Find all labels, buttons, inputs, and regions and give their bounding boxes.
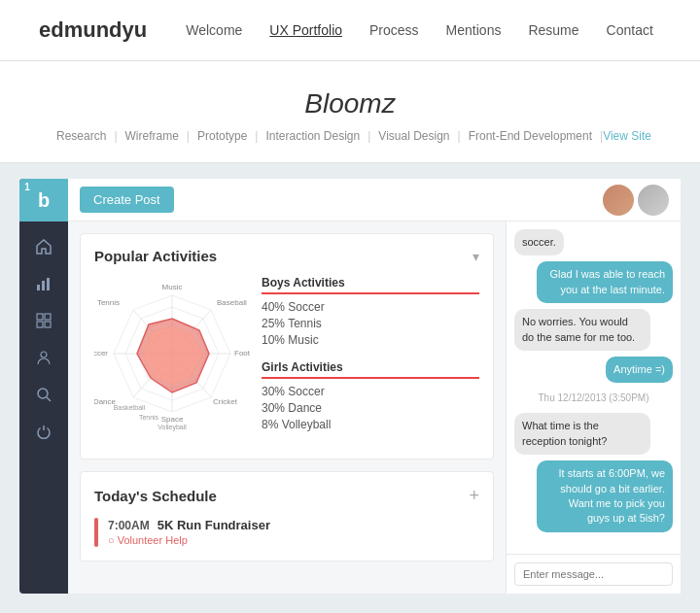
add-schedule-button[interactable]: + [469, 486, 479, 506]
svg-text:Cricket: Cricket [213, 397, 238, 406]
girls-title: Girls Activities [262, 360, 479, 379]
chat-messages: soccer. Glad I was able to reach you at … [507, 221, 681, 554]
popular-activities-card: Popular Activities ▾ [80, 233, 494, 460]
app-sidebar: b [19, 179, 68, 594]
svg-text:Tennis: Tennis [97, 298, 120, 307]
create-post-button[interactable]: Create Post [80, 187, 174, 213]
nav-resume[interactable]: Resume [528, 22, 578, 38]
schedule-time: 7:00AM [108, 519, 150, 532]
svg-rect-2 [47, 278, 50, 290]
girls-item-0: 30% Soccer [262, 385, 479, 398]
card-header: Popular Activities ▾ [94, 248, 479, 264]
avatar-user1[interactable] [603, 185, 634, 216]
svg-point-8 [38, 389, 48, 398]
svg-text:Music: Music [162, 283, 183, 291]
sidebar-icons [24, 221, 63, 594]
schedule-indicator [94, 518, 98, 547]
chat-msg-5: What time is the reception tonight? [514, 413, 650, 455]
nav-welcome[interactable]: Welcome [186, 22, 242, 38]
boys-item-0: 40% Soccer [262, 300, 479, 314]
app-right-column: soccer. Glad I was able to reach you at … [506, 221, 681, 594]
main-nav: Welcome UX Portfolio Process Mentions Re… [186, 22, 653, 38]
svg-text:Volleyball: Volleyball [158, 424, 187, 431]
nav-ux-portfolio[interactable]: UX Portfolio [269, 22, 342, 38]
page-content: 1 b [0, 163, 700, 613]
chat-msg-0: soccer. [514, 229, 564, 255]
chat-msg-1: Glad I was able to reach you at the last… [537, 261, 673, 303]
avatar-group [603, 185, 669, 216]
svg-text:Basketball: Basketball [114, 404, 146, 411]
svg-rect-5 [37, 322, 43, 327]
svg-text:Soccer: Soccer [94, 349, 108, 358]
avatar-user2[interactable] [638, 185, 669, 216]
schedule-sub: ○Volunteer Help [108, 534, 270, 546]
chat-message-input[interactable] [514, 562, 673, 586]
chevron-down-icon[interactable]: ▾ [472, 249, 479, 264]
tag-research: Research [49, 129, 114, 143]
svg-rect-1 [42, 281, 45, 290]
boys-item-2: 10% Music [262, 333, 479, 347]
sidebar-icon-chart[interactable] [24, 266, 63, 301]
tag-visual-design: Visual Design [370, 129, 457, 143]
view-site-link[interactable]: View Site [603, 129, 651, 143]
sidebar-icon-power[interactable] [24, 414, 63, 449]
boys-title: Boys Activities [262, 276, 479, 294]
girls-item-1: 30% Dance [262, 401, 479, 415]
tag-interaction-design: Interaction Design [258, 129, 368, 143]
schedule-event: 5K Run Fundraiser [158, 518, 270, 532]
app-body: Popular Activities ▾ [68, 221, 681, 594]
svg-text:Football: Football [234, 349, 250, 358]
sidebar-icon-user[interactable] [24, 340, 63, 375]
girls-section: Girls Activities 30% Soccer 30% Dance 8%… [262, 360, 479, 431]
schedule-title: Today's Schedule [94, 488, 217, 504]
chat-area: soccer. Glad I was able to reach you at … [507, 221, 681, 594]
nav-contact[interactable]: Contact [607, 22, 653, 38]
svg-rect-0 [37, 285, 40, 290]
sidebar-icon-grid[interactable] [24, 303, 63, 338]
popular-activities-title: Popular Activities [94, 248, 217, 264]
boys-section: Boys Activities 40% Soccer 25% Tennis 10… [262, 276, 479, 347]
notification-badge: 1 [19, 179, 35, 194]
schedule-details: 7:00AM 5K Run Fundraiser ○Volunteer Help [108, 518, 270, 546]
tag-frontend: Front-End Development [461, 129, 600, 143]
project-title: Bloomz [19, 88, 681, 119]
activities-content: Music Baseball Football Cricket Space Da… [94, 276, 479, 445]
tag-wireframe: Wireframe [118, 129, 187, 143]
chat-msg-6: It starts at 6:00PM, we should go a bit … [537, 460, 673, 532]
activities-legend: Boys Activities 40% Soccer 25% Tennis 10… [262, 276, 479, 445]
site-logo[interactable]: edmundyu [39, 17, 147, 43]
svg-text:Space: Space [161, 415, 184, 424]
project-tags: Research | Wireframe | Prototype | Inter… [19, 129, 681, 143]
app-topbar: Create Post [68, 179, 681, 221]
sidebar-icon-home[interactable] [24, 229, 63, 264]
app-left-column: Popular Activities ▾ [68, 221, 506, 594]
sidebar-icon-search[interactable] [24, 377, 63, 412]
spider-chart: Music Baseball Football Cricket Space Da… [94, 276, 250, 431]
schedule-header: Today's Schedule + [94, 486, 479, 506]
schedule-card: Today's Schedule + 7:00AM 5K Run Fundrai… [80, 471, 494, 562]
nav-process[interactable]: Process [369, 22, 419, 38]
app-main: Create Post Popular Activities ▾ [68, 179, 681, 594]
girls-item-2: 8% Volleyball [262, 418, 479, 431]
project-header: Bloomz Research | Wireframe | Prototype … [0, 61, 700, 163]
chat-msg-3: Anytime =) [606, 357, 673, 383]
svg-text:Baseball: Baseball [217, 298, 247, 307]
svg-rect-6 [45, 322, 51, 327]
sidebar-logo-letter: b [38, 189, 50, 212]
svg-text:Tennis: Tennis [139, 414, 159, 421]
schedule-entry: 7:00AM 5K Run Fundraiser ○Volunteer Help [94, 518, 479, 547]
svg-rect-3 [37, 314, 43, 320]
tag-prototype: Prototype [190, 129, 255, 143]
svg-line-9 [47, 397, 51, 401]
top-nav: edmundyu Welcome UX Portfolio Process Me… [0, 0, 700, 61]
boys-item-1: 25% Tennis [262, 317, 479, 330]
chat-date: Thu 12/12/2013 (3:50PM) [514, 392, 673, 403]
chat-msg-2: No worries. You would do the same for me… [514, 309, 650, 351]
nav-mentions[interactable]: Mentions [446, 22, 502, 38]
svg-point-7 [41, 352, 47, 358]
svg-rect-4 [45, 314, 51, 320]
chat-input-area [507, 554, 681, 594]
